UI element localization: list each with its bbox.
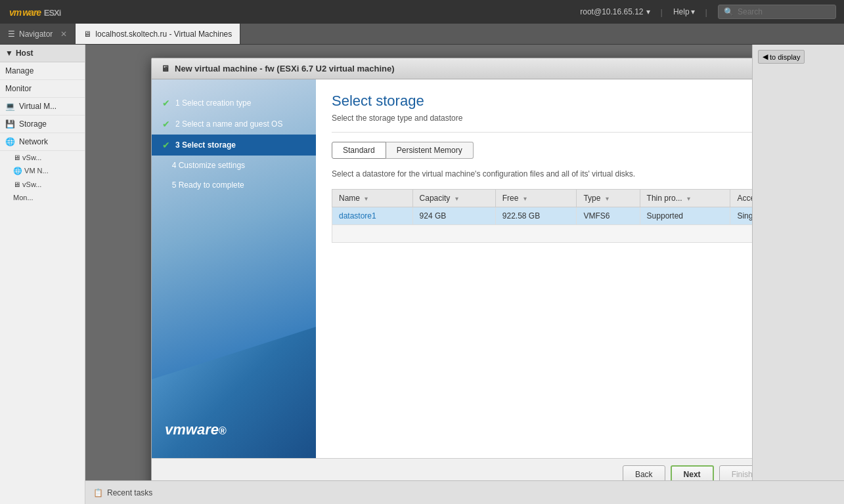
- tab-navigator[interactable]: ☰ Navigator ✕: [0, 24, 76, 44]
- vmn-icon: 🌐: [13, 167, 22, 175]
- modal-body: ✔ 1 Select creation type ✔ 2 Select a na…: [152, 79, 830, 458]
- sidebar-item-monitor[interactable]: Monitor: [0, 80, 85, 98]
- recent-tasks-icon: 📋: [93, 488, 103, 497]
- step-4-label: 4 Customize settings: [172, 161, 245, 170]
- sidebar-item-mon[interactable]: Mon...: [0, 191, 85, 204]
- sidebar-item-manage[interactable]: Manage: [0, 62, 85, 80]
- step-5-num: [162, 180, 167, 190]
- name-sort-icon: ▾: [365, 195, 368, 202]
- col-free[interactable]: Free ▾: [495, 190, 577, 207]
- sidebar-item-virtual-machines[interactable]: 💻 Virtual M...: [0, 98, 85, 116]
- vm-icon: 💻: [5, 102, 15, 111]
- divider2: |: [705, 7, 707, 17]
- vmware-logo-bottom: vmware®: [165, 421, 227, 438]
- sidebar-item-storage[interactable]: 💾 Storage: [0, 116, 85, 133]
- step-2-label: 2 Select a name and guest OS: [175, 119, 282, 129]
- right-info-panel: ◀ to display: [752, 45, 844, 480]
- free-sort-icon: ▾: [523, 195, 527, 202]
- cell-thin-pro: Supported: [640, 207, 730, 225]
- network-label: Network: [19, 137, 48, 146]
- table-footer: 1 items: [332, 225, 805, 243]
- navigator-close-icon[interactable]: ✕: [60, 30, 67, 39]
- cell-free: 922.58 GB: [495, 207, 577, 225]
- modal-dialog: 🖥 New virtual machine - fw (ESXi 6.7 U2 …: [151, 58, 831, 491]
- steps-panel: ✔ 1 Select creation type ✔ 2 Select a na…: [152, 79, 316, 458]
- tab-standard[interactable]: Standard: [332, 142, 386, 159]
- col-name[interactable]: Name ▾: [332, 190, 413, 207]
- capacity-sort-icon: ▾: [455, 195, 458, 202]
- vsw1-icon: 🖥: [13, 154, 20, 161]
- tab-virtual-machines[interactable]: 🖥 localhost.skoltech.ru - Virtual Machin…: [76, 24, 240, 44]
- navigator-icon: ☰: [8, 30, 15, 39]
- storage-label: Storage: [19, 119, 47, 129]
- network-icon: 🌐: [5, 137, 15, 146]
- col-thin-pro[interactable]: Thin pro... ▾: [640, 190, 730, 207]
- sidebar-header: ▼ Host: [0, 45, 85, 62]
- display-button[interactable]: ◀ to display: [758, 50, 805, 64]
- tab-vm-label: localhost.skoltech.ru - Virtual Machines: [95, 30, 232, 39]
- storage-type-tabs: Standard Persistent Memory: [332, 142, 805, 159]
- step-3: ✔ 3 Select storage: [152, 135, 316, 156]
- modal-title: New virtual machine - fw (ESXi 6.7 U2 vi…: [175, 64, 395, 74]
- modal-header-icon: 🖥: [161, 64, 169, 74]
- recent-tasks-label: Recent tasks: [107, 488, 152, 497]
- steps-bg: [152, 327, 316, 458]
- search-box[interactable]: 🔍: [718, 5, 836, 19]
- sidebar-item-vsw1[interactable]: 🖥 vSw...: [0, 151, 85, 164]
- help-button[interactable]: Help ▾: [673, 7, 695, 16]
- recent-tasks-bar: 📋 Recent tasks: [85, 480, 844, 504]
- step-3-label: 3 Select storage: [175, 140, 236, 150]
- cell-capacity: 924 GB: [412, 207, 495, 225]
- vmware-logo: vmware ESXi: [8, 5, 60, 19]
- step-2-check-icon: ✔: [162, 119, 170, 129]
- vm-tab-icon: 🖥: [83, 30, 91, 39]
- tab-bar: ☰ Navigator ✕ 🖥 localhost.skoltech.ru - …: [0, 24, 844, 45]
- step-4-num: [162, 161, 167, 170]
- step-1-label: 1 Select creation type: [175, 98, 251, 108]
- manage-label: Manage: [5, 66, 33, 75]
- main-layout: ▼ Host Manage Monitor 💻 Virtual M... 💾 S…: [0, 45, 844, 504]
- tab-navigator-label: Navigator: [19, 30, 53, 39]
- datastore-table: Name ▾ Capacity ▾ Free ▾ Type ▾ Thin pro…: [332, 189, 805, 225]
- sidebar-item-vsw2[interactable]: 🖥 vSw...: [0, 178, 85, 191]
- panel-subtitle: Select the storage type and datastore: [332, 114, 805, 133]
- topbar: vmware ESXi root@10.16.65.12 ▾ | Help ▾ …: [0, 0, 844, 24]
- sidebar: ▼ Host Manage Monitor 💻 Virtual M... 💾 S…: [0, 45, 85, 504]
- vm-label: Virtual M...: [19, 102, 56, 111]
- content-area: ◀ to display 🖥 New virtual machine - fw …: [85, 45, 844, 504]
- search-icon: 🔍: [724, 7, 734, 16]
- modal-header: 🖥 New virtual machine - fw (ESXi 6.7 U2 …: [152, 58, 830, 79]
- divider: |: [661, 7, 663, 17]
- step-1-check-icon: ✔: [162, 98, 170, 108]
- display-icon: ◀: [763, 52, 768, 61]
- thin-sort-icon: ▾: [687, 195, 690, 202]
- help-dropdown-icon: ▾: [691, 7, 695, 16]
- datastore-description: Select a datastore for the virtual machi…: [332, 169, 805, 178]
- step-2: ✔ 2 Select a name and guest OS: [152, 114, 316, 135]
- sidebar-item-vmn[interactable]: 🌐 VM N...: [0, 164, 85, 178]
- table-row[interactable]: datastore1 924 GB 922.58 GB VMFS6 Suppor…: [332, 207, 805, 225]
- step-3-check-icon: ✔: [162, 140, 170, 150]
- user-dropdown-icon[interactable]: ▾: [646, 7, 650, 16]
- main-panel: Select storage Select the storage type a…: [316, 79, 821, 458]
- col-type[interactable]: Type ▾: [577, 190, 640, 207]
- type-sort-icon: ▾: [606, 195, 609, 202]
- col-capacity[interactable]: Capacity ▾: [412, 190, 495, 207]
- triangle-icon: ▼: [5, 49, 13, 58]
- step-5-label: 5 Ready to complete: [172, 180, 244, 190]
- monitor-label: Monitor: [5, 84, 32, 93]
- storage-icon: 💾: [5, 119, 15, 129]
- user-label: root@10.16.65.12: [580, 7, 643, 16]
- sidebar-item-network[interactable]: 🌐 Network: [0, 133, 85, 151]
- step-5: 5 Ready to complete: [152, 175, 316, 195]
- step-4: 4 Customize settings: [152, 156, 316, 175]
- panel-title: Select storage: [332, 93, 805, 110]
- sidebar-host-label: Host: [16, 49, 33, 58]
- tab-persistent-memory[interactable]: Persistent Memory: [386, 142, 474, 159]
- cell-type: VMFS6: [577, 207, 640, 225]
- vsw2-icon: 🖥: [13, 180, 20, 188]
- search-input[interactable]: [738, 7, 823, 16]
- cell-name: datastore1: [332, 207, 413, 225]
- step-1: ✔ 1 Select creation type: [152, 93, 316, 114]
- user-info[interactable]: root@10.16.65.12 ▾: [580, 7, 650, 16]
